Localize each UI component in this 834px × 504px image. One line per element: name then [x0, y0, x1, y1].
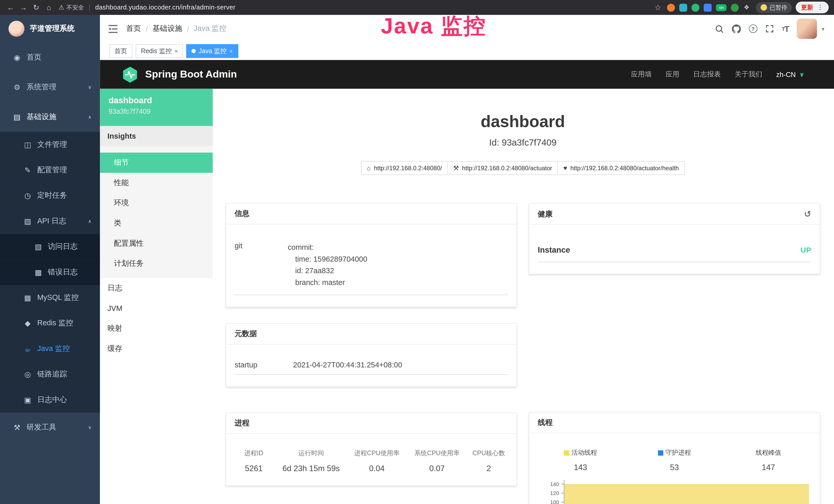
sba-item-scheduled-tasks[interactable]: 计划任务: [100, 254, 213, 274]
legend-swatch-yellow: [564, 450, 569, 456]
trace-icon: ◎: [21, 370, 34, 379]
sidebar-item-label: Java 监控: [37, 344, 70, 353]
history-icon[interactable]: ↺: [804, 209, 811, 219]
sba-instance-block[interactable]: dashboard 93a3fc7f7409: [100, 89, 213, 126]
y-axis-tick-label: 140: [538, 481, 559, 487]
cards-grid: 信息 git commit: time: 1596289704000 id: 2…: [225, 203, 820, 504]
sidebar-item-label: 访问日志: [48, 242, 78, 251]
legend-value: 143: [533, 463, 628, 472]
app-title: 芋道管理系统: [30, 24, 74, 33]
refresh-icon[interactable]: ↻: [30, 2, 43, 13]
hamburger-icon[interactable]: [108, 25, 117, 32]
sidebar-item-log-center[interactable]: ▣日志中心: [0, 387, 100, 413]
sidebar-item-dev-tools[interactable]: ⚒研发工具∨: [0, 413, 100, 442]
extension-icon-on-badge[interactable]: on: [716, 4, 727, 11]
threads-card: 线程 活动线程 143 守护进程 53: [529, 412, 820, 504]
sidebar-item-api-logs[interactable]: ▨API 日志∧: [0, 208, 100, 234]
kebab-menu-icon[interactable]: ⋮: [817, 4, 824, 11]
card-title: 元数据: [235, 329, 257, 339]
sidebar-item-label: Redis 监控: [37, 318, 73, 328]
extension-icon-fox[interactable]: [667, 3, 675, 11]
sba-brand-title[interactable]: Spring Boot Admin: [145, 69, 237, 81]
home-icon[interactable]: ⌂: [43, 2, 56, 13]
sidebar-item-system-management[interactable]: ⚙系统管理∨: [0, 72, 100, 102]
health-url-link[interactable]: ♥http://192.168.0.2:48080/actuator/healt…: [558, 161, 685, 175]
metadata-card: 元数据 startup 2021-04-27T00:44:31.254+08:0…: [225, 323, 517, 387]
sidebar-item-file-management[interactable]: ◫文件管理: [0, 132, 100, 157]
sba-nav-wallboard[interactable]: 应用墙: [631, 70, 652, 79]
paused-badge[interactable]: 已暂停: [756, 2, 792, 13]
sba-nav-about[interactable]: 关于我们: [734, 70, 762, 79]
caret-down-icon[interactable]: ▾: [822, 26, 824, 31]
sba-item-logs[interactable]: 日志: [100, 278, 213, 298]
close-icon[interactable]: ×: [174, 48, 178, 54]
extension-icon-green[interactable]: [692, 3, 700, 11]
sidebar-item-access-logs[interactable]: ▧访问日志: [0, 234, 100, 259]
info-git-row: git commit: time: 1596289704000 id: 27aa…: [235, 224, 508, 295]
extension-icon-drop[interactable]: [679, 3, 687, 11]
sba-item-performance[interactable]: 性能: [100, 173, 213, 193]
process-value: 2: [468, 464, 509, 473]
info-line: time: 1596289704000: [288, 253, 508, 265]
sba-nav-journal[interactable]: 日志报表: [693, 70, 721, 79]
sba-item-details[interactable]: 细节: [100, 153, 213, 173]
tab-java-monitor[interactable]: Java 监控×: [186, 44, 238, 58]
breadcrumb-current: Java 监控: [194, 24, 226, 33]
legend-live-threads: 活动线程 143: [533, 448, 628, 472]
sidebar-item-config-management[interactable]: ✎配置管理: [0, 157, 100, 183]
instance-links: ⌂http://192.168.0.2:48080/ ⚒http://192.1…: [225, 161, 820, 175]
bookmark-star-icon[interactable]: ☆: [655, 3, 661, 12]
sba-item-config-props[interactable]: 配置属性: [100, 233, 213, 254]
search-icon[interactable]: [715, 24, 724, 33]
sba-item-classes[interactable]: 类: [100, 213, 213, 233]
url-text: dashboard.yudao.iocoder.cn/infra/admin-s…: [95, 4, 235, 11]
extension-icon-leaf[interactable]: [731, 3, 739, 11]
back-icon[interactable]: ←: [4, 2, 17, 13]
sidebar-item-java-monitor[interactable]: ☕Java 监控: [0, 336, 100, 362]
process-card: 进程 进程ID5261 运行时间6d 23h 15m 59s 进程CPU使用率0…: [225, 413, 517, 486]
sidebar-item-mysql-monitor[interactable]: ▦MySQL 监控: [0, 285, 100, 311]
forward-icon[interactable]: →: [17, 2, 30, 13]
sba-locale-select[interactable]: zh-CN∨: [776, 70, 804, 78]
sba-nav-applications[interactable]: 应用: [665, 70, 679, 79]
legend-label: 守护进程: [665, 448, 691, 457]
font-size-icon[interactable]: TT: [782, 24, 789, 33]
help-icon[interactable]: ?: [749, 24, 757, 33]
fullscreen-icon[interactable]: [765, 24, 774, 33]
edit-icon: ✎: [21, 166, 34, 174]
close-icon[interactable]: ×: [229, 48, 233, 54]
gear-icon: ⚙: [10, 83, 23, 91]
github-icon[interactable]: [732, 24, 741, 33]
tab-home[interactable]: 首页: [109, 44, 133, 58]
update-button[interactable]: 更新⋮: [796, 2, 829, 13]
sba-item-environment[interactable]: 环境: [100, 193, 213, 213]
instance-name: dashboard: [108, 96, 204, 105]
sba-item-mappings[interactable]: 映射: [100, 318, 213, 339]
sidebar-item-home[interactable]: ◉首页: [0, 43, 100, 72]
sba-logo-icon[interactable]: [121, 66, 139, 83]
legend-label: 线程峰值: [756, 448, 781, 457]
sidebar-item-link-tracing[interactable]: ◎链路追踪: [0, 362, 100, 387]
info-line: id: 27aa832: [288, 265, 508, 276]
sba-item-jvm[interactable]: JVM: [100, 298, 213, 319]
security-indicator[interactable]: ⚠不安全: [59, 3, 84, 11]
app-logo[interactable]: 芋道管理系统: [0, 15, 100, 43]
extensions-puzzle-icon[interactable]: ❖: [744, 4, 749, 11]
card-title: 信息: [235, 209, 249, 219]
sidebar-item-error-logs[interactable]: ▩错误日志: [0, 259, 100, 285]
sba-item-caches[interactable]: 缓存: [100, 339, 213, 359]
health-card: 健康↺ Instance UP: [529, 203, 820, 274]
card-title: 进程: [235, 418, 249, 428]
extension-icon-grid[interactable]: [704, 3, 712, 11]
threads-chart: 140 120 100: [538, 478, 811, 504]
sidebar-item-redis-monitor[interactable]: ◆Redis 监控: [0, 311, 100, 336]
address-bar[interactable]: ⚠不安全 | dashboard.yudao.iocoder.cn/infra/…: [59, 3, 236, 11]
breadcrumb-infrastructure[interactable]: 基础设施: [153, 24, 182, 33]
avatar[interactable]: [797, 19, 817, 39]
breadcrumb-home[interactable]: 首页: [126, 24, 141, 33]
actuator-url-link[interactable]: ⚒http://192.168.0.2:48080/actuator: [448, 161, 558, 175]
sidebar-item-scheduled-tasks[interactable]: ◷定时任务: [0, 183, 100, 208]
sidebar-item-infrastructure[interactable]: ▤基础设施∧: [0, 102, 100, 132]
service-url-link[interactable]: ⌂http://192.168.0.2:48080/: [361, 161, 448, 175]
tab-redis-monitor[interactable]: Redis 监控×: [136, 44, 183, 58]
